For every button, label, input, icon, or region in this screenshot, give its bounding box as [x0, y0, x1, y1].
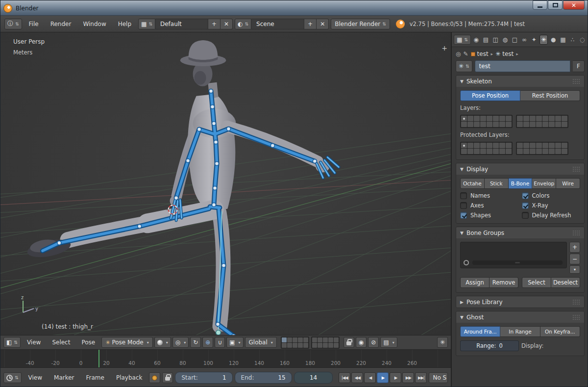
panel-header-skeleton[interactable]: ▼ Skeleton	[456, 76, 584, 87]
layer-cell[interactable]	[298, 343, 303, 348]
layer-cell[interactable]	[499, 116, 505, 121]
layer-cell[interactable]	[542, 149, 548, 154]
layer-cell[interactable]	[499, 149, 505, 154]
layer-cell[interactable]	[303, 337, 308, 342]
screen-layout-browse-button[interactable]: ▦ ⇅	[138, 19, 155, 29]
pose-options-button[interactable]: ✳	[437, 337, 448, 348]
name-input[interactable]	[479, 63, 566, 70]
layer-cell[interactable]	[536, 149, 542, 154]
layer-cell[interactable]	[562, 143, 567, 148]
protected-layers-grid-2[interactable]	[516, 142, 568, 155]
tab-render-layers[interactable]: ▤	[482, 35, 490, 45]
layer-cell[interactable]	[287, 337, 292, 342]
tab-material[interactable]: ●	[549, 35, 558, 45]
layer-cell[interactable]	[506, 122, 512, 127]
layer-cell[interactable]	[549, 122, 555, 127]
layer-cell[interactable]	[298, 337, 303, 342]
layer-cell[interactable]	[562, 116, 567, 121]
close-button[interactable]: ✕	[563, 0, 585, 10]
menu-view[interactable]: View	[22, 337, 46, 348]
snap-extras-select[interactable]: ▤ ▾	[380, 337, 397, 348]
layer-cell[interactable]	[493, 116, 499, 121]
panel-grip[interactable]	[572, 299, 580, 305]
layer-cell[interactable]	[523, 122, 529, 127]
region-expand-button[interactable]: +	[441, 44, 447, 52]
viewport-layers-grid-1[interactable]	[281, 336, 309, 349]
layer-cell[interactable]	[499, 122, 505, 127]
manipulator-toggle[interactable]: ⊕	[202, 337, 213, 348]
menu-render[interactable]: Render	[46, 19, 76, 29]
layer-cell[interactable]	[467, 143, 473, 148]
rotate-view-button[interactable]: ↻	[190, 337, 201, 348]
new-scene-button[interactable]: +	[304, 19, 317, 29]
layer-cell[interactable]	[474, 149, 480, 154]
remove-button[interactable]: Remove	[490, 277, 518, 288]
tab-render[interactable]: ◉	[472, 35, 481, 45]
remove-bone-group-button[interactable]: −	[569, 254, 580, 264]
timeline-ruler[interactable]: -40-200204060801001201401601802002202402…	[0, 350, 451, 368]
armature-browse-button[interactable]: ✳ ⇅	[456, 60, 472, 72]
tab-texture[interactable]: ▦	[559, 35, 567, 45]
layer-cell[interactable]	[303, 343, 308, 348]
layer-cell[interactable]	[506, 149, 512, 154]
viewport-shading-select[interactable]: ▾	[154, 337, 171, 348]
breadcrumb-object[interactable]: test	[471, 51, 489, 57]
layer-cell[interactable]	[517, 122, 523, 127]
mode-octahedral-button[interactable]: Octahe	[460, 178, 485, 189]
layer-cell[interactable]	[474, 143, 480, 148]
shapes-checkbox[interactable]: Shapes	[460, 212, 519, 219]
layer-cell[interactable]	[542, 116, 548, 121]
layer-cell[interactable]	[287, 343, 292, 348]
layered-keying-toggle[interactable]	[162, 372, 173, 383]
layer-cell[interactable]	[487, 143, 492, 148]
menu-playback[interactable]: Playback	[111, 372, 147, 383]
layer-cell[interactable]	[523, 149, 529, 154]
layer-cell[interactable]	[549, 149, 555, 154]
ghost-on-keyframes-button[interactable]: On Keyfra...	[540, 326, 580, 337]
pivot-point-select[interactable]: ◎ ▾	[172, 337, 189, 348]
layer-cell[interactable]	[487, 149, 492, 154]
layer-cell[interactable]	[493, 143, 499, 148]
layer-cell[interactable]	[293, 337, 297, 342]
jump-to-start-button[interactable]: |◀◀	[339, 372, 350, 383]
viewport-layers-grid-2[interactable]	[311, 336, 340, 349]
tab-object-data[interactable]: ✳	[539, 35, 548, 45]
start-frame-field[interactable]: Start: 1	[175, 372, 232, 384]
panel-grip[interactable]	[572, 78, 580, 84]
minimize-button[interactable]	[533, 0, 547, 10]
maximize-button[interactable]	[548, 0, 563, 10]
delete-layout-button[interactable]: ✕	[220, 19, 233, 29]
layer-cell[interactable]	[536, 122, 542, 127]
layer-cell[interactable]	[530, 122, 536, 127]
mode-select[interactable]: ✳ Pose Mode ▾	[101, 337, 153, 348]
layer-cell[interactable]	[474, 122, 480, 127]
layer-cell[interactable]	[480, 116, 486, 121]
editor-type-properties-button[interactable]: ▦ ⇅	[454, 35, 471, 45]
layer-cell[interactable]	[493, 149, 499, 154]
menu-select[interactable]: Select	[47, 337, 75, 348]
mode-envelope-button[interactable]: Envelop	[532, 178, 556, 189]
layer-cell[interactable]	[318, 337, 322, 342]
layer-cell[interactable]	[487, 116, 492, 121]
layer-cell[interactable]	[555, 143, 561, 148]
layer-cell[interactable]	[517, 116, 523, 121]
snap-element-select[interactable]: ▣ ▾	[226, 337, 243, 348]
auto-keyframe-toggle[interactable]	[149, 372, 160, 383]
viewport-3d[interactable]: User Persp Meters (14) test : thigh_r + …	[0, 32, 451, 335]
pose-position-button[interactable]: Pose Position	[460, 90, 520, 101]
play-button[interactable]: ▶	[377, 372, 389, 383]
scene-browse-button[interactable]: ◐ ⇅	[235, 19, 251, 29]
layer-cell[interactable]	[467, 149, 473, 154]
tab-object[interactable]: □	[511, 35, 519, 45]
layer-cell[interactable]	[530, 116, 536, 121]
tab-modifiers[interactable]: ✦	[530, 35, 539, 45]
jump-to-end-button[interactable]: ▶▶|	[415, 372, 427, 383]
editor-type-info-button[interactable]: ⓘ ⇅	[4, 19, 22, 29]
names-checkbox[interactable]: Names	[460, 192, 519, 199]
current-frame-marker[interactable]	[98, 350, 99, 367]
axes-checkbox[interactable]: Axes	[460, 202, 519, 209]
colors-checkbox[interactable]: Colors	[522, 192, 581, 199]
panel-header-display[interactable]: ▼ Display	[456, 163, 584, 175]
scene-name-field[interactable]: Scene	[251, 19, 304, 29]
titlebar[interactable]: Blender ✕	[0, 0, 588, 16]
